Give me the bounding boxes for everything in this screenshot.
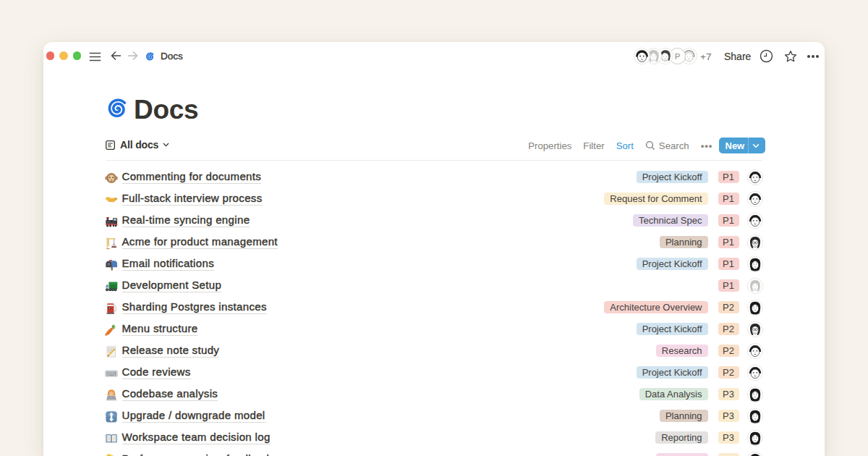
svg-text:P: P (674, 51, 680, 60)
